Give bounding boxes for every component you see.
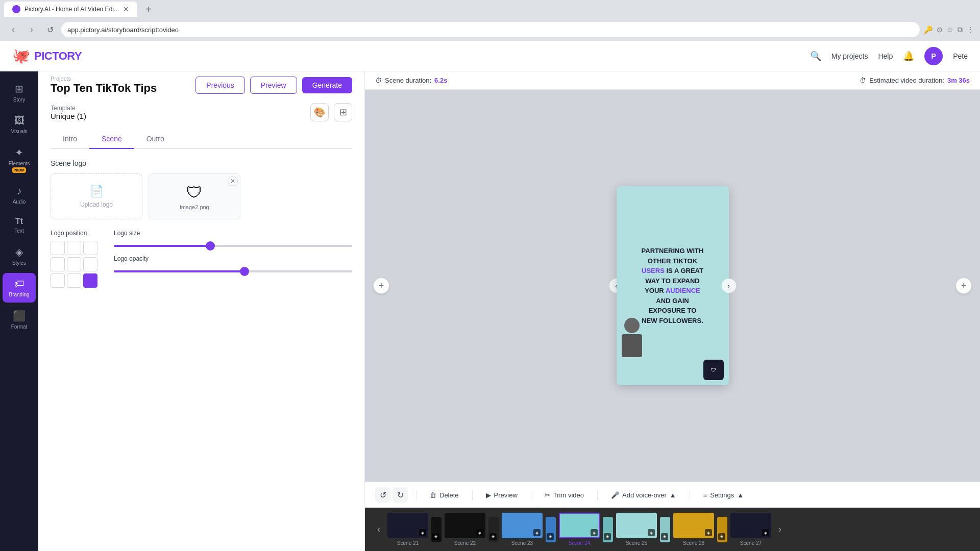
template-info: Template Unique (1) bbox=[51, 105, 86, 120]
previous-button[interactable]: Previous bbox=[195, 77, 244, 94]
add-scene-right-btn[interactable]: + bbox=[955, 278, 972, 294]
voice-over-label: Add voice-over bbox=[622, 491, 667, 499]
forward-btn[interactable]: › bbox=[24, 22, 39, 37]
thumb-img-sep-21: ◈ bbox=[431, 517, 442, 542]
help-link[interactable]: Help bbox=[878, 52, 893, 60]
scene-thumb-26[interactable]: ◈ Scene 26 bbox=[673, 513, 714, 546]
layers-icon-24: ◈ bbox=[593, 531, 596, 535]
tab-scene[interactable]: Scene bbox=[89, 130, 134, 149]
sidebar-item-visuals[interactable]: 🖼 Visuals bbox=[3, 110, 36, 139]
visuals-icon: 🖼 bbox=[14, 115, 24, 127]
layers-icon-22: ◈ bbox=[478, 531, 481, 535]
scene-thumb-21[interactable]: ◈ Scene 21 bbox=[387, 513, 428, 546]
layers-icon-sep25: ◈ bbox=[663, 534, 666, 539]
template-label: Template bbox=[51, 105, 86, 112]
preview-top-bar: ⏱ Scene duration: 6.2s ⏱ Estimated video… bbox=[365, 71, 980, 90]
thumb-overlay-24: ◈ bbox=[591, 529, 598, 536]
reload-btn[interactable]: ↺ bbox=[43, 22, 57, 37]
audio-icon: ♪ bbox=[17, 185, 22, 197]
logo-opacity-slider[interactable] bbox=[114, 270, 352, 272]
notifications-bell[interactable]: 🔔 bbox=[903, 51, 914, 62]
thumb-overlay-sep-25: ◈ bbox=[661, 533, 668, 540]
scene-card: PARTNERING WITHOTHER TIKTOK USERS IS A G… bbox=[617, 186, 729, 385]
layers-icon-26: ◈ bbox=[707, 531, 710, 535]
back-btn[interactable]: ‹ bbox=[6, 22, 20, 37]
position-cell-3[interactable] bbox=[51, 257, 65, 271]
user-avatar[interactable]: P bbox=[924, 47, 943, 65]
scissors-icon: ✂ bbox=[545, 491, 550, 499]
sidebar-item-styles[interactable]: ◈ Styles bbox=[3, 241, 36, 271]
address-bar[interactable]: app.pictory.ai/storyboard/scripttovideo bbox=[61, 22, 920, 37]
trim-label: Trim video bbox=[553, 491, 584, 499]
sidebar-item-branding[interactable]: 🏷 Branding bbox=[3, 273, 36, 303]
upload-logo-box[interactable]: 📄 Upload logo bbox=[51, 173, 142, 219]
thumb-label-23: Scene 23 bbox=[511, 540, 533, 546]
logo-preview-box[interactable]: ✕ 🛡 image2.png bbox=[149, 173, 240, 219]
logo-text: PICTORY bbox=[34, 49, 82, 63]
scene-thumb-27[interactable]: ◈ Scene 27 bbox=[730, 513, 771, 546]
scene-thumb-25[interactable]: ◈ Scene 25 bbox=[616, 513, 657, 546]
palette-icon-btn[interactable]: 🎨 bbox=[310, 103, 329, 121]
preview-button-header[interactable]: Preview bbox=[250, 77, 297, 94]
tab-intro[interactable]: Intro bbox=[51, 130, 89, 149]
menu-icon[interactable]: ⋮ bbox=[967, 26, 974, 34]
filmstrip-next-btn[interactable]: › bbox=[774, 522, 786, 537]
tab-outro[interactable]: Outro bbox=[134, 130, 177, 149]
layers-icon-sep23: ◈ bbox=[549, 534, 552, 539]
logo-size-slider[interactable] bbox=[114, 245, 352, 247]
estimated-duration-info: ⏱ Estimated video duration: 3m 36s bbox=[860, 77, 970, 84]
thumb-label-24: Scene 24 bbox=[569, 540, 590, 546]
position-cell-5[interactable] bbox=[83, 257, 97, 271]
scene-thumb-22[interactable]: ◈ Scene 22 bbox=[445, 513, 485, 546]
scene-nav-next[interactable]: › bbox=[722, 279, 736, 293]
preview-btn[interactable]: ▶ Preview bbox=[481, 488, 523, 502]
position-cell-0[interactable] bbox=[51, 241, 65, 255]
layers-icon-25: ◈ bbox=[650, 531, 653, 535]
trim-video-btn[interactable]: ✂ Trim video bbox=[540, 488, 589, 502]
scene-thumb-23[interactable]: ◈ Scene 23 bbox=[502, 513, 543, 546]
voice-over-chevron: ▲ bbox=[670, 491, 676, 499]
layers-icon-sep21: ◈ bbox=[434, 534, 437, 539]
template-row: Template Unique (1) 🎨 ⊞ bbox=[51, 103, 352, 121]
undo-btn[interactable]: ↺ bbox=[375, 487, 390, 503]
header-row: Projects Top Ten TikTok Tips Previous Pr… bbox=[38, 71, 364, 95]
thumb-img-sep-23: ◈ bbox=[546, 517, 556, 542]
sidebar-item-elements[interactable]: ✦ Elements NEW bbox=[3, 141, 36, 178]
delete-btn[interactable]: 🗑 Delete bbox=[425, 488, 464, 502]
position-cell-6[interactable] bbox=[51, 273, 65, 288]
story-icon: ⊞ bbox=[15, 83, 23, 95]
add-voice-over-btn[interactable]: 🎤 Add voice-over ▲ bbox=[606, 488, 681, 502]
settings-icon: ≡ bbox=[703, 491, 707, 499]
position-cell-4[interactable] bbox=[67, 257, 81, 271]
preview-area: ⏱ Scene duration: 6.2s ⏱ Estimated video… bbox=[365, 71, 980, 551]
position-cell-1[interactable] bbox=[67, 241, 81, 255]
position-cell-2[interactable] bbox=[83, 241, 97, 255]
add-scene-left-btn[interactable]: + bbox=[373, 278, 389, 294]
upload-label: Upload logo bbox=[80, 201, 113, 208]
redo-btn[interactable]: ↻ bbox=[393, 487, 408, 503]
key-icon: 🔑 bbox=[924, 26, 933, 34]
position-cell-7[interactable] bbox=[67, 273, 81, 288]
sidebar-item-story[interactable]: ⊞ Story bbox=[3, 78, 36, 108]
new-tab-btn[interactable]: + bbox=[141, 2, 156, 16]
sidebar-item-audio[interactable]: ♪ Audio bbox=[3, 180, 36, 210]
tabs: Intro Scene Outro bbox=[51, 130, 352, 149]
my-projects-link[interactable]: My projects bbox=[831, 52, 868, 60]
scene-thumb-24[interactable]: ◈ Scene 24 bbox=[559, 513, 600, 546]
layers-icon-sep26: ◈ bbox=[720, 534, 723, 539]
sidebar-item-text[interactable]: Tt Text bbox=[3, 212, 36, 239]
browser-tab[interactable]: Pictory.AI - Home of AI Video Edi... ✕ bbox=[4, 2, 137, 17]
scene-avatar bbox=[622, 318, 642, 357]
filmstrip-prev-btn[interactable]: ‹ bbox=[373, 522, 384, 537]
thumb-label-27: Scene 27 bbox=[740, 540, 762, 546]
layers-icon-23: ◈ bbox=[535, 531, 538, 535]
settings-btn[interactable]: ≡ Settings ▲ bbox=[698, 488, 749, 502]
add-template-btn[interactable]: ⊞ bbox=[334, 103, 352, 121]
logo-remove-btn[interactable]: ✕ bbox=[228, 176, 238, 186]
separator-2 bbox=[472, 490, 473, 500]
position-cell-8[interactable] bbox=[83, 273, 97, 288]
generate-button[interactable]: Generate bbox=[302, 77, 352, 93]
thumb-label-25: Scene 25 bbox=[626, 540, 647, 546]
sidebar-item-format[interactable]: ⬛ Format bbox=[3, 305, 36, 335]
tab-close-btn[interactable]: ✕ bbox=[123, 5, 129, 13]
